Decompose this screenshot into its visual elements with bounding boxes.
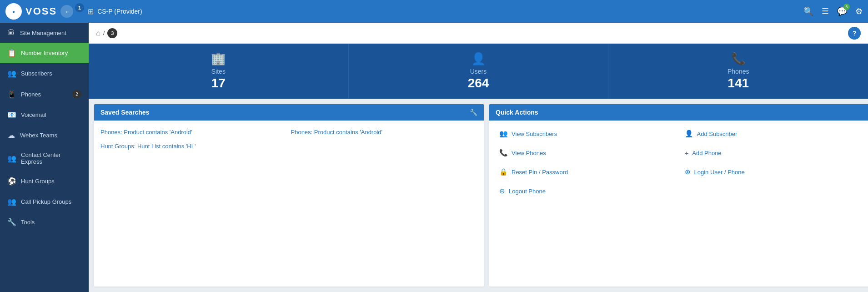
users-stat-label: Users <box>470 68 487 75</box>
contact-center-express-icon: 👥 <box>7 154 16 163</box>
quick-action-label: Login User / Phone <box>694 169 745 176</box>
sidebar-item-label: Contact Center Express <box>21 151 81 165</box>
sidebar-item-label: Hunt Groups <box>21 178 81 185</box>
chat-icon[interactable]: 💬 6 <box>837 6 847 16</box>
sidebar-item-label: Voicemail <box>21 111 81 118</box>
subscribers-icon: 👥 <box>7 69 16 78</box>
search-links-grid: Phones: Product contains 'Android'Phones… <box>100 126 478 152</box>
nav-toggle-button[interactable]: ‹ <box>60 5 73 18</box>
quick-action-item[interactable]: + Add Phone <box>680 145 866 161</box>
sidebar-item-label: Phones <box>21 91 68 98</box>
quick-action-icon: + <box>685 149 689 157</box>
sidebar-item-voicemail[interactable]: 📧 Voicemail <box>0 105 89 125</box>
sidebar-item-label: Tools <box>21 219 81 226</box>
saved-searches-body: Phones: Product contains 'Android'Phones… <box>94 121 484 158</box>
quick-action-icon: 👤 <box>685 130 693 138</box>
settings-icon[interactable]: ⚙ <box>855 6 863 16</box>
voicemail-icon: 📧 <box>7 111 16 119</box>
nav-badge: 1 <box>75 3 84 12</box>
top-navigation: ● VOSS ‹ 1 ⊞ CS-P (Provider) 🔍 ☰ 💬 6 ⚙ <box>0 0 868 23</box>
quick-action-icon: 🔒 <box>499 168 508 176</box>
phones-icon: 📱 <box>7 90 16 99</box>
quick-action-label: View Subscribers <box>512 131 557 137</box>
saved-searches-header: Saved Searches 🔧 <box>94 104 484 121</box>
logo-icon: ● <box>5 3 22 20</box>
sidebar-item-webex-teams[interactable]: ☁ Webex Teams <box>0 125 89 146</box>
home-icon[interactable]: ⌂ <box>96 29 100 37</box>
stat-card-users[interactable]: 👤 Users 264 <box>349 44 609 99</box>
sidebar-badge: 2 <box>72 90 81 99</box>
breadcrumb-badge: 3 <box>107 28 117 38</box>
context-selector[interactable]: ⊞ CS-P (Provider) <box>88 7 142 16</box>
quick-actions-header: Quick Actions <box>489 104 868 121</box>
quick-action-label: Add Subscriber <box>697 131 738 137</box>
main-layout: 🏛 Site Management 📋 Number Inventory 👥 S… <box>0 23 868 292</box>
saved-search-link[interactable]: Phones: Product contains 'Android' <box>100 126 288 138</box>
sidebar: 🏛 Site Management 📋 Number Inventory 👥 S… <box>0 23 89 292</box>
phones-stat-value: 141 <box>728 76 749 91</box>
logo-area: ● VOSS <box>5 3 57 20</box>
saved-search-link[interactable]: Hunt Groups: Hunt List contains 'HL' <box>100 140 288 152</box>
quick-action-item[interactable]: 🔒 Reset Pin / Password <box>495 164 680 180</box>
sidebar-item-call-pickup-groups[interactable]: 👥 Call Pickup Groups <box>0 191 89 212</box>
sidebar-item-site-management[interactable]: 🏛 Site Management <box>0 23 89 43</box>
users-stat-value: 264 <box>468 76 489 91</box>
sidebar-item-hunt-groups[interactable]: ⚽ Hunt Groups <box>0 171 89 191</box>
quick-action-label: Logout Phone <box>509 188 546 195</box>
number-inventory-icon: 📋 <box>7 49 16 57</box>
quick-action-icon: 👥 <box>499 130 508 138</box>
quick-action-item[interactable]: 📞 View Phones <box>495 145 680 161</box>
quick-action-item[interactable]: ⊕ Login User / Phone <box>680 164 866 180</box>
quick-action-label: Add Phone <box>692 150 721 156</box>
quick-action-label: Reset Pin / Password <box>512 169 568 176</box>
tools-icon: 🔧 <box>7 218 16 227</box>
app-name: VOSS <box>25 5 57 17</box>
sidebar-item-label: Call Pickup Groups <box>21 198 81 205</box>
call-pickup-groups-icon: 👥 <box>7 197 16 206</box>
stat-card-phones[interactable]: 📞 Phones 141 <box>608 44 868 99</box>
site-management-icon: 🏛 <box>7 29 15 37</box>
quick-action-item[interactable]: 👥 View Subscribers <box>495 126 680 141</box>
quick-action-label: View Phones <box>512 150 546 156</box>
sidebar-item-number-inventory[interactable]: 📋 Number Inventory <box>0 43 89 63</box>
quick-actions-panel: Quick Actions 👥 View Subscribers 👤 Add S… <box>489 104 868 287</box>
sidebar-item-contact-center-express[interactable]: 👥 Contact Center Express <box>0 146 89 171</box>
sidebar-item-label: Number Inventory <box>21 50 81 56</box>
chevron-left-icon: ‹ <box>66 8 68 15</box>
notification-badge: 6 <box>843 4 850 10</box>
phones-stat-icon: 📞 <box>731 52 746 66</box>
quick-action-icon: 📞 <box>499 149 508 157</box>
phones-stat-label: Phones <box>728 68 749 75</box>
content-area: ⌂ / 3 ? 🏢 Sites 17 👤 Users 264 📞 Phones … <box>89 23 868 292</box>
breadcrumb: ⌂ / 3 ? <box>89 23 868 44</box>
stat-card-sites[interactable]: 🏢 Sites 17 <box>89 44 349 99</box>
quick-action-item[interactable]: ⊖ Logout Phone <box>495 183 680 199</box>
sidebar-item-label: Webex Teams <box>20 132 81 139</box>
quick-action-item[interactable]: 👤 Add Subscriber <box>680 126 866 141</box>
quick-actions-grid: 👥 View Subscribers 👤 Add Subscriber 📞 Vi… <box>489 121 868 204</box>
hunt-groups-icon: ⚽ <box>7 177 16 186</box>
lower-section: Saved Searches 🔧 Phones: Product contain… <box>89 99 868 292</box>
saved-searches-panel: Saved Searches 🔧 Phones: Product contain… <box>94 104 484 287</box>
stat-cards: 🏢 Sites 17 👤 Users 264 📞 Phones 141 <box>89 44 868 99</box>
sites-stat-label: Sites <box>211 68 226 75</box>
grid-icon: ⊞ <box>88 7 94 16</box>
sidebar-item-subscribers[interactable]: 👥 Subscribers <box>0 63 89 84</box>
users-stat-icon: 👤 <box>471 52 486 66</box>
sites-stat-icon: 🏢 <box>211 52 226 66</box>
saved-search-link[interactable]: Phones: Product contains 'Android' <box>290 126 479 138</box>
help-button[interactable]: ? <box>848 27 861 40</box>
sidebar-item-tools[interactable]: 🔧 Tools <box>0 212 89 232</box>
nav-badge-container: 1 <box>77 10 84 12</box>
quick-action-icon: ⊖ <box>499 187 505 195</box>
list-icon[interactable]: ☰ <box>822 6 829 16</box>
sidebar-item-label: Subscribers <box>21 70 81 77</box>
sidebar-item-phones[interactable]: 📱 Phones 2 <box>0 84 89 105</box>
quick-actions-title: Quick Actions <box>496 109 538 116</box>
breadcrumb-right: ? <box>848 27 861 40</box>
search-icon[interactable]: 🔍 <box>803 6 813 16</box>
sidebar-item-label: Site Management <box>20 30 81 36</box>
quick-action-icon: ⊕ <box>685 168 691 176</box>
wrench-icon[interactable]: 🔧 <box>470 109 477 116</box>
saved-searches-title: Saved Searches <box>100 109 149 116</box>
